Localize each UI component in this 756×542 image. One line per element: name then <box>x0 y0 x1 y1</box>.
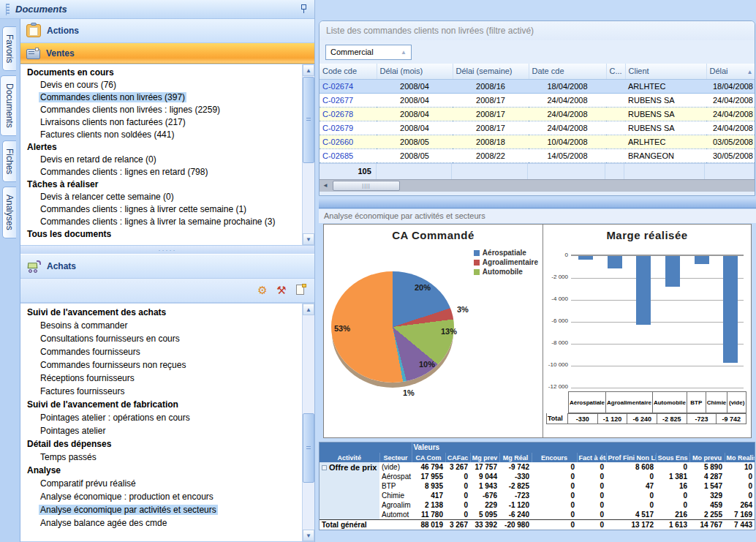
tree-item[interactable]: Livraisons clients non facturées (217) <box>20 116 302 129</box>
pivot-column-8[interactable]: Fact à établir <box>577 453 606 462</box>
order-link[interactable]: C-02674 <box>320 79 377 93</box>
tree-item[interactable]: Détail des dépenses <box>20 437 302 451</box>
tree-item-label: Analyse économique par activités et sect… <box>39 505 218 515</box>
scroll-down-icon[interactable]: ▼ <box>303 233 314 245</box>
tree-item[interactable]: Commandes clients non livrées : lignes (… <box>20 104 302 116</box>
collapse-icon[interactable] <box>322 465 327 470</box>
tree-item[interactable]: Commandes fournisseurs non reçues <box>20 358 302 372</box>
pivot-column-6[interactable]: Mg Réal <box>499 453 532 462</box>
tree-item[interactable]: Réceptions fournisseurs <box>20 372 302 385</box>
pin-icon[interactable] <box>298 4 309 15</box>
table-row[interactable]: C-026782008/042008/1724/04/2008RUBENS SA… <box>320 107 755 121</box>
tree-item[interactable]: Commandes clients non livrées (397) <box>20 91 302 104</box>
tree-item[interactable]: Factures fournisseurs <box>20 385 302 398</box>
panel-splitter[interactable]: ····· <box>20 246 314 254</box>
pivot-column-9[interactable]: Prof Fini Non Livré (PR) <box>606 453 656 462</box>
tree-item[interactable]: Pointages atelier <box>20 424 302 437</box>
column-header-6[interactable]: Client <box>625 64 706 79</box>
tree-item[interactable]: Besoins à commander <box>20 319 302 332</box>
tree-item[interactable]: Devis en cours (76) <box>20 79 302 91</box>
section-ventes[interactable]: Ventes <box>20 43 314 64</box>
pivot-value-cell: 0 <box>445 481 470 491</box>
tree-item[interactable]: Commandes clients : lignes à livrer cett… <box>20 203 302 216</box>
scroll-down-icon[interactable]: ▼ <box>303 530 314 541</box>
sidebar-tab-analyses[interactable]: Analyses <box>2 187 16 238</box>
scroll-up-icon[interactable]: ▲ <box>303 64 314 76</box>
tree-item[interactable]: Analyse balance agée des cmde <box>20 516 302 530</box>
horizontal-scrollbar[interactable]: ◄ |||| <box>320 179 755 192</box>
scroll-left-icon[interactable]: ◄ <box>320 180 331 192</box>
gear-icon[interactable]: ⚙ <box>256 284 269 297</box>
column-header-5[interactable]: C... <box>606 64 625 79</box>
pivot-column-2[interactable]: Secteur <box>379 453 412 462</box>
application-window: Documents FavorisDocumentsFichesAnalyses… <box>0 0 756 542</box>
column-header-2[interactable]: Délai (mois) <box>377 64 453 79</box>
tree-item[interactable]: Commandes clients : lignes en retard (79… <box>20 166 302 178</box>
pivot-column-4[interactable]: CAFac <box>445 453 470 462</box>
tree-item[interactable]: Commandes fournisseurs <box>20 345 302 358</box>
pivot-table-panel: ValeursActivitéSecteurCA ComCAFacMg prev… <box>319 442 755 530</box>
pivot-value-cell: 2 255 <box>689 510 725 519</box>
tree-item[interactable]: Temps passés <box>20 451 302 464</box>
drag-grip[interactable] <box>6 4 10 15</box>
tree-item[interactable]: Comparatif prévu réalisé <box>20 477 302 490</box>
table-row[interactable]: C-026602008/052008/1810/04/2008ARLHTEC03… <box>320 135 755 148</box>
scrollbar-thumb[interactable] <box>303 413 314 483</box>
order-link[interactable]: C-02679 <box>320 121 377 135</box>
order-link[interactable]: C-02678 <box>320 107 377 121</box>
tree-item[interactable]: Tâches à réaliser <box>20 178 302 191</box>
category-total-value: -6 240 <box>627 413 657 424</box>
pivot-total-value: 0 <box>532 519 577 530</box>
sidebar-tab-favoris[interactable]: Favoris <box>2 26 16 71</box>
order-link[interactable]: C-02685 <box>320 148 377 162</box>
column-header-1[interactable]: Code cde <box>320 64 377 79</box>
scroll-up-icon[interactable]: ▲ <box>303 304 314 315</box>
ventes-tree-scrollbar[interactable]: ▲ ▼ <box>302 64 314 245</box>
order-link[interactable]: C-02677 <box>320 93 377 107</box>
pivot-column-1[interactable]: Activité <box>320 453 379 462</box>
tree-item[interactable]: Consultations fournisseurs en cours <box>20 332 302 345</box>
achats-tree-scrollbar[interactable]: ▲ ▼ <box>302 304 314 541</box>
pivot-column-5[interactable]: Mg prev <box>470 453 499 462</box>
commercial-dropdown[interactable]: Commercial ▲ <box>325 45 412 60</box>
tree-item[interactable]: Analyse <box>20 464 302 477</box>
tree-item[interactable]: Factures clients non soldées (441) <box>20 129 302 141</box>
column-header-7[interactable]: Délai▲ <box>706 64 755 79</box>
table-row[interactable]: C-026742008/042008/1618/04/2008ARLHTEC18… <box>320 79 755 93</box>
order-link[interactable]: C-02660 <box>320 135 377 148</box>
pivot-column-7[interactable]: Encours <box>532 453 577 462</box>
pivot-column-12[interactable]: Mo Realise <box>725 453 755 462</box>
sidebar-tab-documents[interactable]: Documents <box>0 75 16 136</box>
pivot-column-10[interactable]: Sous Ens Fab <box>656 453 689 462</box>
column-header-4[interactable]: Date cde <box>529 64 606 79</box>
tree-item[interactable]: Alertes <box>20 141 302 154</box>
tree-item[interactable]: Suivi de l'avancement des achats <box>20 306 302 319</box>
column-header-3[interactable]: Délai (semaine) <box>453 64 529 79</box>
section-actions[interactable]: Actions <box>20 19 314 43</box>
tree-item[interactable]: Analyse économique par activités et sect… <box>20 503 302 516</box>
tree-item[interactable]: Suivi de l'avancement de fabrication <box>20 398 302 411</box>
table-row[interactable]: C-026772008/042008/1724/04/2008RUBENS SA… <box>320 93 755 107</box>
pivot-sector-cell: Chimie <box>379 491 412 500</box>
table-row[interactable]: C-026852008/052008/2214/05/2008BRANGEON3… <box>320 148 755 162</box>
tree-item[interactable]: Devis en retard de relance (0) <box>20 154 302 166</box>
tree-item[interactable]: Devis à relancer cette semaine (0) <box>20 191 302 203</box>
tree-item[interactable]: Tous les documents <box>20 228 302 241</box>
tree-item[interactable]: Commandes clients : lignes à livrer la s… <box>20 216 302 228</box>
pivot-column-11[interactable]: Mo prevu <box>689 453 725 462</box>
cell: 2008/17 <box>453 107 529 121</box>
pivot-column-3[interactable]: CA Com <box>412 453 445 462</box>
section-achats[interactable]: Achats <box>20 254 314 279</box>
tree-item[interactable]: Documents en cours <box>20 67 302 79</box>
document-icon[interactable] <box>294 284 307 297</box>
cell <box>606 121 625 135</box>
tree-item-label: Commandes clients non livrées : lignes (… <box>39 105 222 115</box>
table-row[interactable]: C-026792008/042008/1724/04/2008RUBENS SA… <box>320 121 755 135</box>
tree-item[interactable]: Pointages atelier : opérations en cours <box>20 411 302 424</box>
tree-item-label: Consultations fournisseurs en cours <box>39 334 181 344</box>
scrollbar-thumb[interactable] <box>303 77 314 163</box>
tools-icon[interactable]: ⚒ <box>275 284 288 297</box>
tree-item[interactable]: Analyse économique : production et encou… <box>20 490 302 503</box>
scrollbar-thumb[interactable]: |||| <box>333 181 400 191</box>
sidebar-tab-fiches[interactable]: Fiches <box>2 140 16 182</box>
